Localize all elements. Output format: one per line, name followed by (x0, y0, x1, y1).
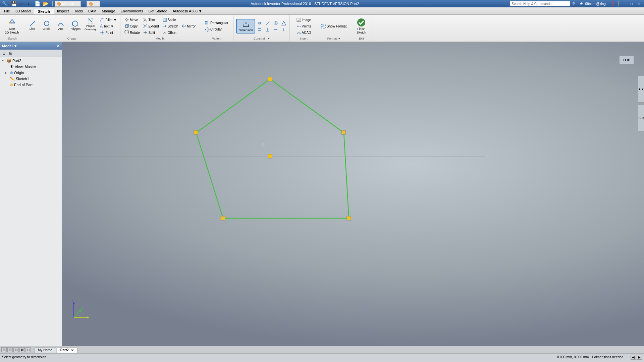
svg-marker-27 (165, 25, 166, 27)
tab-part2[interactable]: Part2 ✕ (57, 347, 77, 353)
stretch-btn[interactable]: Stretch (161, 23, 180, 29)
svg-marker-1 (9, 19, 15, 23)
minimize-btn[interactable]: ─ (621, 1, 627, 6)
constrain-btn-6[interactable] (264, 26, 271, 33)
tree-item-view[interactable]: 👁 View: Master (0, 64, 62, 70)
polygon-btn[interactable]: Polygon (68, 19, 83, 32)
qa-save-btn[interactable]: 💾 (10, 1, 17, 7)
constrain-btn-4[interactable] (280, 20, 287, 26)
finish-sketch-btn[interactable]: FinishSketch (353, 17, 370, 36)
pattern-group-label: Pattern (212, 37, 221, 40)
restore-btn[interactable]: □ (629, 1, 634, 6)
qa-new-btn[interactable]: 📄 (34, 1, 41, 7)
constrain-btn-2[interactable] (264, 20, 271, 26)
svg-point-63 (298, 26, 299, 27)
nav-btn-1[interactable]: ⊞ (1, 347, 7, 352)
arc-btn[interactable]: Arc (54, 19, 67, 32)
star-icon[interactable]: ★ (580, 1, 583, 6)
svg-line-78 (74, 311, 80, 317)
material-selector[interactable]: 🎨 Material ▼ (55, 1, 81, 7)
acad-btn[interactable]: AC ACAD (295, 29, 313, 36)
line-btn[interactable]: Line (26, 19, 39, 32)
move-btn[interactable]: Move (123, 17, 141, 23)
scale-btn[interactable]: Scale (161, 17, 180, 23)
right-tab-1[interactable]: ▲▼ (638, 76, 644, 103)
tree-item-sketch1[interactable]: ✏️ Sketch1 (0, 76, 62, 82)
text-btn[interactable]: A Text ▼ (99, 23, 118, 29)
mirror-btn[interactable]: Mirror (180, 23, 197, 29)
menu-sketch[interactable]: Sketch (34, 8, 54, 14)
menu-a360[interactable]: Autodesk A360 ▼ (170, 8, 205, 14)
close-btn[interactable]: ✕ (636, 1, 642, 6)
top-view-btn[interactable]: TOP (619, 56, 634, 64)
menu-cam[interactable]: CAM (86, 8, 99, 14)
tree-item-origin[interactable]: ▶ ⊕ Origin (0, 70, 62, 76)
menu-manage[interactable]: Manage (99, 8, 118, 14)
svg-point-48 (274, 21, 277, 25)
menu-3dmodel[interactable]: 3D Model (13, 8, 34, 14)
menu-environments[interactable]: Environments (118, 8, 146, 14)
constrain-btn-7[interactable] (272, 26, 279, 33)
extend-btn[interactable]: Extend (142, 23, 160, 29)
qa-undo-btn[interactable]: ↩ (18, 1, 24, 7)
sidebar-header[interactable]: Model ▼ ─ ✕ (0, 42, 62, 50)
tab-my-home[interactable]: My Home (34, 347, 56, 353)
tab-close-btn[interactable]: ✕ (71, 349, 74, 352)
project-geometry-btn[interactable]: ProjectGeometry (83, 16, 98, 32)
eop-label: End of Part (14, 83, 33, 87)
circle-btn[interactable]: Circle (40, 19, 53, 32)
image-btn[interactable]: Image (295, 17, 313, 23)
constrain-btn-1[interactable] (256, 20, 263, 26)
constrain-btn-3[interactable] (272, 20, 279, 26)
points-btn[interactable]: Points (295, 23, 313, 29)
expand-btn[interactable]: ⊞ (8, 51, 13, 56)
point-label: Point (105, 31, 113, 35)
tree-item-endofpart[interactable]: ⊕ End of Part (0, 82, 62, 88)
nav-btn-2[interactable]: ⊟ (7, 347, 13, 352)
sb-btn-1[interactable]: ◀ (631, 355, 636, 360)
rectangular-btn[interactable]: Rectangular (204, 20, 230, 26)
filter-btn[interactable]: ⊿ (1, 51, 7, 56)
constrain-btn-8[interactable] (280, 26, 287, 33)
model-tree: ▼ 📦 Part2 👁 View: Master ▶ ⊕ Origin ✏️ S… (0, 57, 62, 346)
style-selector[interactable]: 🎨 ▼ (87, 1, 100, 7)
menu-getstarted[interactable]: Get Started (146, 8, 170, 14)
nav-controls: ⊞ ⊟ ⊡ ⊠ ◻ (1, 347, 31, 352)
menu-tools[interactable]: Tools (71, 8, 86, 14)
sidebar-minimize-btn[interactable]: ─ (53, 44, 55, 48)
split-btn[interactable]: Split (142, 29, 160, 36)
search-icon[interactable]: 🔍 (572, 2, 576, 6)
nav-btn-5[interactable]: ◻ (25, 347, 31, 352)
trim-btn[interactable]: Trim (142, 17, 160, 23)
copy-btn[interactable]: Copy (123, 23, 141, 29)
constrain-btn-5[interactable] (256, 26, 263, 33)
tree-item-part2[interactable]: ▼ 📦 Part2 (0, 58, 62, 64)
tab-part2-label: Part2 (60, 348, 69, 352)
show-format-btn[interactable]: F Show Format (320, 23, 348, 29)
acad-label: ACAD (302, 31, 311, 35)
dimension-btn[interactable]: d Dimension (236, 19, 255, 34)
search-input[interactable] (510, 1, 570, 6)
viewport[interactable]: TOP X Z Y ▲▼ ◁▷ (62, 42, 644, 346)
start-2d-sketch-btn[interactable]: Start2D Sketch (3, 17, 21, 36)
constrain-group-label: Constrain ▼ (254, 37, 270, 40)
nav-btn-4[interactable]: ⊠ (19, 347, 25, 352)
svg-rect-35 (207, 23, 208, 24)
right-tab-2[interactable]: ◁▷ (638, 105, 644, 131)
rotate-btn[interactable]: Rotate (123, 29, 141, 36)
svg-point-40 (205, 29, 206, 30)
origin-expand: ▶ (5, 71, 9, 74)
fillet-btn[interactable]: Fillet ▼ (99, 17, 118, 23)
offset-btn[interactable]: Offset (161, 29, 180, 36)
expand-icon: ▼ (1, 59, 5, 62)
menu-file[interactable]: File (1, 8, 13, 14)
menu-inspect[interactable]: Inspect (54, 8, 71, 14)
point-btn[interactable]: Point (99, 29, 118, 36)
help-btn[interactable]: ❓ (610, 1, 615, 6)
sidebar-close-btn[interactable]: ✕ (57, 44, 60, 48)
qa-redo-btn[interactable]: ↪ (25, 1, 30, 7)
circular-pattern-btn[interactable]: Circular (204, 26, 230, 33)
nav-btn-3[interactable]: ⊡ (13, 347, 19, 352)
qa-open-btn[interactable]: 📂 (42, 1, 49, 7)
sb-btn-2[interactable]: ▶ (637, 355, 642, 360)
